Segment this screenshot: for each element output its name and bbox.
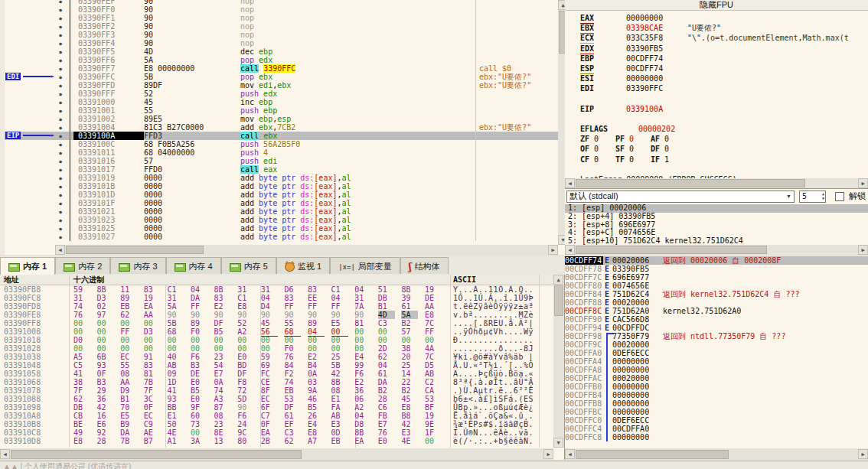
breakpoint-dot-icon[interactable]: ● xyxy=(52,31,69,39)
breakpoint-dot-icon[interactable]: ● xyxy=(52,123,69,132)
breakpoint-dot-icon[interactable]: ● xyxy=(52,157,69,165)
disasm-row[interactable]: ●03390FF190nop xyxy=(5,14,558,22)
breakpoint-dot-icon[interactable]: ● xyxy=(52,233,69,241)
dump-row[interactable]: 033910886236B13C93E0A35DEC5346E106284553… xyxy=(0,395,553,403)
dump-row[interactable]: 03391098DB42700FBB9F87906FDFB5FAA2C6E8BF… xyxy=(0,403,553,412)
disasm-row[interactable]: ●03390FF090nop xyxy=(5,5,558,14)
register-row[interactable]: ESP00CDFF74 xyxy=(565,64,868,73)
hide-fpu-button[interactable]: 隐藏FPU xyxy=(565,0,868,11)
breakpoint-dot-icon[interactable]: ● xyxy=(52,90,69,98)
flag-if[interactable]: IF 1 xyxy=(651,155,686,164)
breakpoint-dot-icon[interactable]: ● xyxy=(52,224,69,233)
breakpoint-dot-icon[interactable]: ● xyxy=(52,199,69,207)
breakpoint-dot-icon[interactable]: ● xyxy=(52,39,69,47)
breakpoint-dot-icon[interactable]: ● xyxy=(52,148,69,157)
breakpoint-dot-icon[interactable]: ● xyxy=(52,0,69,5)
args-hscroll-thumb[interactable] xyxy=(576,246,767,254)
register-row[interactable]: EIP0339100A xyxy=(565,104,868,114)
argument-count-stepper[interactable]: 5▲▼ xyxy=(799,191,826,203)
tab-内存-3[interactable]: 内存 3 xyxy=(110,257,165,274)
dump-row[interactable]: 03390FF8000000005B89DF52455589E581C3B27C… xyxy=(0,319,553,327)
disasm-row[interactable]: ●0339101F0000add byte ptr ds:[eax],al xyxy=(5,199,558,207)
flag-pf[interactable]: PF 0 xyxy=(615,134,651,144)
stack-row[interactable]: 00CDFFC00DEF6ECC xyxy=(565,416,868,425)
dump-hscroll-thumb[interactable] xyxy=(11,450,302,459)
stack-row[interactable]: 00CDFFB000000000 xyxy=(565,383,868,391)
register-row[interactable]: EBX03398CAE"U要侬?" xyxy=(565,23,868,33)
stack-row[interactable]: 00CDFF84E751D62C4返回到 kernel32.751D62C4 自… xyxy=(565,290,868,298)
stack-row[interactable]: 00CDFFA400000000 xyxy=(565,357,868,366)
tab-监视-1[interactable]: 监视 1 xyxy=(276,257,330,274)
disasm-row[interactable]: ●033910210000add byte ptr ds:[eax],al xyxy=(5,207,558,216)
flag-tf[interactable]: TF 0 xyxy=(615,155,651,164)
stack-row[interactable]: 00CDFF8CE751D62A0kernel32.751D62A0 xyxy=(565,307,868,315)
stack-row[interactable]: 00CDFF90ECAC566D8 xyxy=(565,315,868,324)
stack-row[interactable]: 00CDFF94E00CDFFDC xyxy=(565,324,868,332)
stack-row[interactable]: 00CDFFA00DEF6ECC xyxy=(565,349,868,357)
disasm-row[interactable]: ●0339101168 04000000push 4 xyxy=(5,148,558,157)
scroll-left-icon[interactable]: ◀ xyxy=(565,449,575,459)
stack-row[interactable]: 00CDFF78E03390FB5 xyxy=(565,265,868,273)
dump-row[interactable]: 0339106838B3AA7B1DE00AF8CE74038BE2DA22C2… xyxy=(0,378,553,386)
scroll-right-icon[interactable]: ▶ xyxy=(858,178,868,188)
breakpoint-dot-icon[interactable]: ● xyxy=(52,216,69,224)
stack-hscroll-thumb[interactable] xyxy=(576,450,729,459)
disasm-row[interactable]: ●0339100481C3 B27C0000add ebx,7CB2ebx:"U… xyxy=(5,123,558,132)
dump-row[interactable]: 03391048C5935583ABB354BD6984B45B990425D5… xyxy=(0,361,553,370)
tab-内存-1[interactable]: 内存 1 xyxy=(0,257,55,275)
disasm-row[interactable]: ●0339100045inc ebp xyxy=(5,98,558,106)
tab-局部变量[interactable]: |x=|局部变量 xyxy=(330,257,400,274)
disasm-row[interactable]: ●033910270000add byte ptr ds:[eax],al xyxy=(5,233,558,241)
disasm-row[interactable]: ●03390FF7E8 00000000call 3390FFCcall $0 xyxy=(5,64,558,73)
flag-df[interactable]: DF 0 xyxy=(651,144,686,154)
dump-hscrollbar[interactable]: ◀ ▶ xyxy=(0,448,553,460)
scroll-up-icon[interactable]: ▲ xyxy=(553,275,563,285)
dump-row[interactable]: 033910B8BEE6B9C9507323240FEFE4E3D8E7429E… xyxy=(0,420,553,428)
disasm-row[interactable]: ●03390FF54Ddec ebp xyxy=(5,47,558,56)
dump-row[interactable]: 033910A8CB16E5ECE16008F6C76126AB04FBB819… xyxy=(0,412,553,420)
breakpoint-dot-icon[interactable]: ● xyxy=(52,73,69,81)
breakpoint-dot-icon[interactable]: ● xyxy=(52,98,69,106)
flag-zf[interactable]: ZF 0 xyxy=(580,134,615,144)
disasm-row[interactable]: ●0339100289E5mov ebp,esp xyxy=(5,115,558,123)
breakpoint-dot-icon[interactable]: ● xyxy=(52,140,69,148)
breakpoint-dot-icon[interactable]: ● xyxy=(52,182,69,191)
tab-结构体[interactable]: ʃ结构体 xyxy=(400,257,449,274)
dump-row[interactable]: 033910787F29D97F41B574728FEB9A0836B2B2CA… xyxy=(0,386,553,395)
dump-row[interactable]: 03390FD87402EBEA5AFFE2E8D4FFFFFF7AB161AA… xyxy=(0,302,553,311)
disasm-row[interactable]: ●03390FF390nop xyxy=(5,31,558,39)
breakpoint-dot-icon[interactable]: ● xyxy=(52,174,69,182)
flag-of[interactable]: OF 0 xyxy=(580,144,615,154)
scroll-right-icon[interactable]: ▶ xyxy=(543,449,553,459)
breakpoint-dot-icon[interactable]: ● xyxy=(52,5,69,14)
breakpoint-dot-icon[interactable]: ● xyxy=(52,132,69,140)
stack-row[interactable]: 00CDFF80E0074656E xyxy=(565,282,868,290)
scroll-left-icon[interactable]: ◀ xyxy=(565,178,575,188)
stack-row[interactable]: 00CDFFC400CDFFA0 xyxy=(565,425,868,433)
disasm-row[interactable]: EDI►●03390FFC5Bpop ebxebx:"U要侬?" xyxy=(5,73,558,81)
arg-row[interactable]: 2: [esp+4] 03390FB5 xyxy=(565,213,868,221)
disasm-hscroll-thumb[interactable] xyxy=(66,246,204,254)
scroll-right-icon[interactable]: ▶ xyxy=(858,245,868,255)
breakpoint-dot-icon[interactable]: ● xyxy=(52,165,69,174)
unlock-checkbox[interactable] xyxy=(835,192,844,201)
stack-row[interactable]: 00CDFFB800000000 xyxy=(565,399,868,408)
breakpoint-dot-icon[interactable]: ● xyxy=(52,81,69,90)
disasm-row[interactable]: ●033910190000add byte ptr ds:[eax],al xyxy=(5,174,558,182)
stack-row[interactable]: 00CDFF74E00020006返回到 00020006 自 0002008F xyxy=(565,256,868,265)
dump-vscroll-thumb[interactable] xyxy=(554,285,563,316)
breakpoint-dot-icon[interactable]: ● xyxy=(52,106,69,115)
register-row[interactable]: EBP00CDFF74 xyxy=(565,54,868,64)
disasm-row[interactable]: ●033910250000add byte ptr ds:[eax],al xyxy=(5,224,558,233)
dump-row[interactable]: 03391058410F088109DEE7DFFCF20A42F66114AB… xyxy=(0,370,553,378)
dump-row[interactable]: 03390FC831D3891931DA83C10483EE0431DB39DE… xyxy=(0,294,553,302)
scroll-right-icon[interactable]: ▶ xyxy=(548,245,558,255)
scroll-down-icon[interactable]: ▼ xyxy=(553,438,563,448)
disasm-row[interactable]: ●033910230000add byte ptr ds:[eax],al xyxy=(5,216,558,224)
disasm-row[interactable]: ●03390FEF90nop xyxy=(5,0,558,5)
disasm-row[interactable]: ●0339101B0000add byte ptr ds:[eax],al xyxy=(5,182,558,191)
stack-row[interactable]: 00CDFFAC00020000 xyxy=(565,374,868,383)
stack-row[interactable]: 00CDFF88E00020000 xyxy=(565,298,868,307)
stack-hscrollbar[interactable]: ◀ ▶ xyxy=(565,448,868,460)
registers-hscroll-thumb[interactable] xyxy=(576,179,805,187)
